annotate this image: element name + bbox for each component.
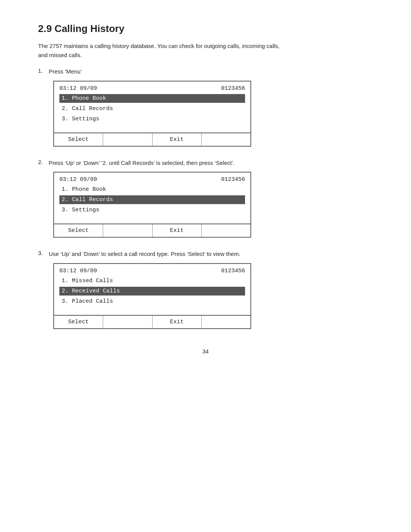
softkey-row-1: SelectExit: [54, 133, 250, 146]
intro-paragraph: The 2757 maintains a calling history dat…: [38, 42, 373, 60]
screen-2-time: 03:12 09/09: [59, 176, 97, 183]
screen-3-time: 03:12 09/09: [59, 268, 97, 274]
softkey-2-2: [103, 224, 152, 237]
softkey-3-2: [103, 316, 152, 328]
phone-screen-3: 03:12 09/0901234561. Missed Calls2. Rece…: [53, 263, 251, 329]
softkey-3-3[interactable]: Exit: [153, 316, 202, 328]
screen-2-item-2: 2. Call Records: [59, 195, 245, 204]
screen-3-item-3: 3. Placed Calls: [59, 297, 245, 306]
section-title: 2.9 Calling History: [38, 23, 373, 35]
phone-screen-2: 03:12 09/0901234561. Phone Book2. Call R…: [53, 172, 251, 238]
softkey-row-2: SelectExit: [54, 224, 250, 237]
softkey-1-3[interactable]: Exit: [153, 133, 202, 146]
step-3-label: 3.Use ‘Up’ and ‘Down’ to select a call r…: [38, 250, 373, 259]
step-2: 2.Press ‘Up’ or ‘Down’ ‘2. until Call Re…: [38, 159, 373, 238]
step-1-num: 1.: [38, 67, 49, 74]
softkey-row-3: SelectExit: [54, 315, 250, 328]
screen-3-item-1: 1. Missed Calls: [59, 276, 245, 285]
softkey-1-1[interactable]: Select: [54, 133, 103, 146]
softkey-3-4: [202, 316, 250, 328]
screen-3-number: 0123456: [221, 268, 245, 274]
screen-1-item-3: 3. Settings: [59, 115, 245, 123]
step-3-num: 3.: [38, 250, 49, 256]
intro-line2: and missed calls.: [38, 52, 82, 58]
softkey-2-3[interactable]: Exit: [153, 224, 202, 237]
screen-1-time: 03:12 09/09: [59, 85, 97, 92]
softkey-3-1[interactable]: Select: [54, 316, 103, 328]
screen-2-item-1: 1. Phone Book: [59, 185, 245, 194]
intro-line1: The 2757 maintains a calling history dat…: [38, 43, 280, 49]
screen-1-item-2: 2. Call Records: [59, 104, 245, 113]
screen-2-number: 0123456: [221, 176, 245, 183]
screen-1-item-1: 1. Phone Book: [59, 94, 245, 103]
screen-2-item-3: 3. Settings: [59, 206, 245, 214]
page-number: 34: [38, 348, 373, 355]
step-3-desc: Use ‘Up’ and ‘Down’ to select a call rec…: [49, 250, 241, 259]
softkey-2-4: [202, 224, 250, 237]
step-2-num: 2.: [38, 159, 49, 165]
step-2-label: 2.Press ‘Up’ or ‘Down’ ‘2. until Call Re…: [38, 159, 373, 168]
softkey-1-2: [103, 133, 152, 146]
softkey-2-1[interactable]: Select: [54, 224, 103, 237]
step-2-desc: Press ‘Up’ or ‘Down’ ‘2. until Call Reco…: [49, 159, 235, 168]
step-1: 1.Press ‘Menu’03:12 09/0901234561. Phone…: [38, 67, 373, 147]
step-1-label: 1.Press ‘Menu’: [38, 67, 373, 76]
step-3: 3.Use ‘Up’ and ‘Down’ to select a call r…: [38, 250, 373, 329]
screen-1-number: 0123456: [221, 85, 245, 92]
phone-screen-1: 03:12 09/0901234561. Phone Book2. Call R…: [53, 81, 251, 147]
softkey-1-4: [202, 133, 250, 146]
step-1-desc: Press ‘Menu’: [49, 67, 82, 76]
screen-3-item-2: 2. Received Calls: [59, 287, 245, 296]
